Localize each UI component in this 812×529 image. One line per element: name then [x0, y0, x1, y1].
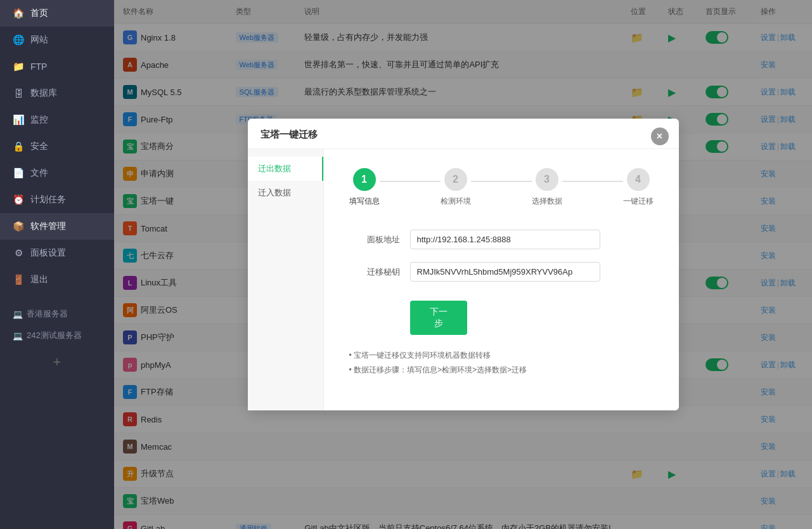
panel-address-group: 面板地址 — [349, 230, 654, 249]
monitor-icon: 📊 — [13, 114, 24, 126]
sidebar-item-panel[interactable]: ⚙ 面板设置 — [0, 240, 114, 266]
modal-title: 宝塔一键迁移 — [261, 129, 666, 141]
modal-overlay: 宝塔一键迁移 × 迁出数据 迁入数据 1 填写信息 — [114, 0, 812, 529]
sidebar-item-monitor[interactable]: 📊 监控 — [0, 107, 114, 133]
step-circle-4: 4 — [627, 168, 650, 191]
database-icon: 🗄 — [13, 88, 24, 99]
sidebar-item-security[interactable]: 🔒 安全 — [0, 133, 114, 160]
sidebar-item-label: 文件 — [30, 167, 48, 179]
tab-export[interactable]: 迁出数据 — [248, 157, 323, 181]
modal-content-area: 1 填写信息 2 检测环境 3 选择数据 — [324, 149, 679, 410]
step-label-3: 选择数据 — [532, 196, 562, 207]
sidebar-item-label: 软件管理 — [30, 221, 66, 232]
step-1: 1 填写信息 — [349, 168, 380, 207]
home-icon: 🏠 — [13, 8, 24, 19]
server-icon: 💻 — [13, 310, 23, 319]
sidebar-item-home[interactable]: 🏠 首页 — [0, 0, 114, 27]
step-label-4: 一键迁移 — [623, 196, 654, 207]
sidebar-item-label: 网站 — [30, 34, 48, 46]
sidebar-item-software[interactable]: 📦 软件管理 — [0, 213, 114, 240]
sidebar-item-label: 退出 — [30, 274, 48, 285]
migration-key-input[interactable] — [410, 262, 600, 282]
migration-key-label: 迁移秘钥 — [349, 266, 400, 278]
sidebar-item-label: 数据库 — [30, 88, 57, 99]
step-label-2: 检测环境 — [441, 196, 471, 207]
sidebar-item-database[interactable]: 🗄 数据库 — [0, 80, 114, 107]
step-circle-2: 2 — [444, 168, 467, 191]
modal-close-button[interactable]: × — [651, 127, 669, 145]
sidebar-item-website[interactable]: 🌐 网站 — [0, 27, 114, 53]
modal-body: 迁出数据 迁入数据 1 填写信息 2 检测环境 — [248, 149, 679, 410]
next-button[interactable]: 下一步 — [410, 301, 467, 335]
sidebar-item-label: 安全 — [30, 141, 48, 152]
panel-address-label: 面板地址 — [349, 234, 400, 245]
sidebar-item-label: 面板设置 — [30, 247, 66, 259]
sidebar: 🏠 首页 🌐 网站 📁 FTP 🗄 数据库 📊 监控 🔒 安全 📄 文件 ⏰ 计… — [0, 0, 114, 529]
step-line-1-2 — [380, 181, 441, 182]
tab-import[interactable]: 迁入数据 — [248, 181, 323, 205]
server-list: 💻 香港服务器 💻 242测试服务器 + — [0, 303, 114, 378]
step-line-3-4 — [562, 181, 623, 182]
notes-section: 宝塔一键迁移仅支持同环境机器数据转移 数据迁移步骤：填写信息>检测环境>选择数据… — [349, 350, 654, 379]
sidebar-item-label: 计划任务 — [30, 194, 66, 206]
files-icon: 📄 — [13, 167, 24, 179]
sidebar-item-label: 监控 — [30, 114, 48, 126]
step-line-2-3 — [471, 181, 532, 182]
main-content: 软件名称 类型 说明 位置 状态 首页显示 操作 GNginx 1.8Web服务… — [114, 0, 812, 529]
modal-tabs: 迁出数据 迁入数据 — [248, 149, 324, 410]
website-icon: 🌐 — [13, 34, 24, 46]
step-2: 2 检测环境 — [441, 168, 471, 207]
steps-indicator: 1 填写信息 2 检测环境 3 选择数据 — [349, 168, 654, 207]
step-circle-3: 3 — [536, 168, 558, 191]
security-icon: 🔒 — [13, 141, 24, 152]
server-label: 242测试服务器 — [27, 330, 82, 341]
sidebar-item-tasks[interactable]: ⏰ 计划任务 — [0, 186, 114, 213]
tasks-icon: ⏰ — [13, 194, 24, 206]
add-icon: + — [53, 354, 61, 370]
note-1: 宝塔一键迁移仅支持同环境机器数据转移 — [349, 350, 654, 361]
step-circle-1: 1 — [353, 168, 376, 191]
server-item-242[interactable]: 💻 242测试服务器 — [6, 325, 108, 346]
panel-address-input[interactable] — [410, 230, 600, 249]
server-item-hongkong[interactable]: 💻 香港服务器 — [6, 303, 108, 325]
add-server-button[interactable]: + — [13, 349, 101, 376]
step-label-1: 填写信息 — [349, 196, 380, 207]
sidebar-item-label: FTP — [30, 62, 47, 72]
note-2: 数据迁移步骤：填写信息>检测环境>选择数据>迁移 — [349, 365, 654, 376]
sidebar-item-logout[interactable]: 🚪 退出 — [0, 266, 114, 293]
ftp-icon: 📁 — [13, 61, 24, 72]
migration-key-group: 迁移秘钥 — [349, 262, 654, 282]
sidebar-item-ftp[interactable]: 📁 FTP — [0, 53, 114, 80]
logout-icon: 🚪 — [13, 274, 24, 285]
panel-icon: ⚙ — [13, 247, 24, 259]
migration-modal: 宝塔一键迁移 × 迁出数据 迁入数据 1 填写信息 — [248, 119, 679, 410]
sidebar-item-label: 首页 — [30, 8, 48, 19]
modal-header: 宝塔一键迁移 — [248, 119, 679, 149]
server-label: 香港服务器 — [27, 308, 68, 320]
sidebar-item-files[interactable]: 📄 文件 — [0, 160, 114, 186]
step-4: 4 一键迁移 — [623, 168, 654, 207]
step-3: 3 选择数据 — [532, 168, 562, 207]
server-icon: 💻 — [13, 331, 23, 341]
software-icon: 📦 — [13, 221, 24, 232]
